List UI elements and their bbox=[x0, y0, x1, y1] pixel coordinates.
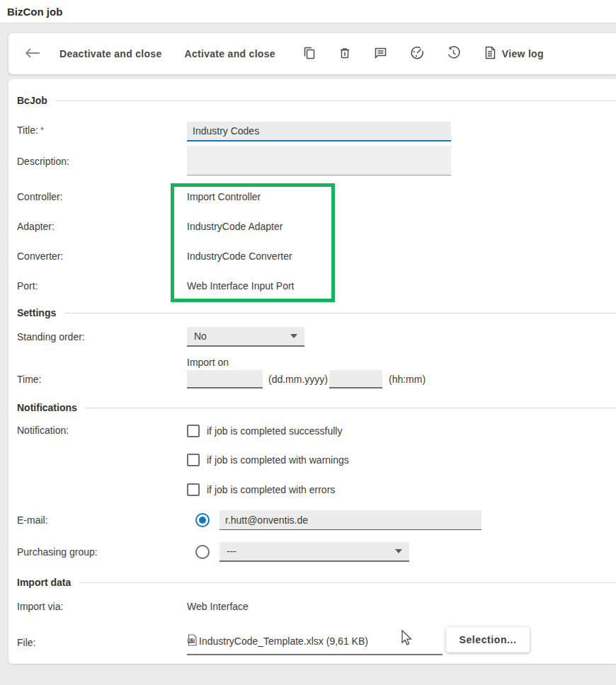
section-title: Import data bbox=[17, 577, 71, 588]
title-input[interactable] bbox=[187, 122, 451, 142]
activate-and-close-button[interactable]: Activate and close bbox=[182, 42, 278, 65]
field-row-controller: Controller: Import Controller bbox=[17, 191, 616, 204]
file-selection-button[interactable]: Selection... bbox=[446, 627, 530, 652]
field-row-file: File: XLS IndustryCode_Template.xlsx (9,… bbox=[17, 626, 616, 658]
back-button[interactable] bbox=[21, 45, 44, 64]
chevron-down-icon bbox=[290, 334, 297, 338]
date-format-hint: (dd.mm.yyyy) bbox=[268, 374, 328, 385]
controller-label: Controller: bbox=[17, 191, 63, 202]
history-button[interactable] bbox=[443, 42, 464, 65]
checkbox-label: if job is completed with errors bbox=[207, 484, 335, 495]
field-row-email: E-mail: bbox=[17, 510, 616, 530]
description-label: Description: bbox=[17, 156, 69, 167]
timer-gauge-icon bbox=[409, 45, 425, 63]
section-header-notifications: Notifications bbox=[17, 402, 616, 413]
page-title: BizCon job bbox=[7, 6, 62, 18]
field-row-standing-order: Standing order: No bbox=[17, 327, 616, 347]
file-label: File: bbox=[17, 637, 35, 648]
field-row-title: Title:* bbox=[17, 122, 616, 142]
left-arrow-icon bbox=[24, 47, 41, 61]
svg-text:XLS: XLS bbox=[188, 639, 195, 643]
history-clock-icon bbox=[446, 45, 461, 62]
import-on-label: Import on bbox=[187, 357, 229, 368]
checkbox-label: if job is completed successfully bbox=[207, 425, 342, 437]
copy-button[interactable] bbox=[300, 43, 319, 65]
standing-order-label: Standing order: bbox=[17, 331, 85, 342]
checkbox-completed-with-errors[interactable] bbox=[187, 483, 200, 496]
purchasing-group-select[interactable]: --- bbox=[219, 542, 409, 562]
view-log-label: View log bbox=[502, 48, 544, 59]
field-row-description: Description: bbox=[17, 146, 616, 177]
divider bbox=[56, 100, 616, 101]
copy-icon bbox=[302, 46, 316, 62]
converter-value: IndustryCode Converter bbox=[187, 251, 292, 262]
field-row-port: Port: Web Interface Input Port bbox=[17, 280, 616, 293]
title-label: Title:* bbox=[17, 125, 44, 136]
section-title: Notifications bbox=[17, 402, 77, 413]
email-input[interactable] bbox=[219, 510, 481, 530]
divider bbox=[79, 582, 616, 583]
purchasing-group-label: Purchasing group: bbox=[17, 546, 98, 558]
purchasing-group-value: --- bbox=[227, 546, 236, 557]
xls-file-icon: XLS bbox=[187, 634, 198, 648]
port-value: Web Interface Input Port bbox=[187, 280, 295, 292]
field-row-notification: Notification: if job is completed succes… bbox=[17, 425, 616, 502]
checkbox-completed-successfully[interactable] bbox=[187, 425, 200, 437]
adapter-label: Adapter: bbox=[17, 221, 55, 232]
description-textarea[interactable] bbox=[187, 146, 451, 175]
notification-label: Notification: bbox=[17, 425, 69, 436]
field-row-converter: Converter: IndustryCode Converter bbox=[17, 251, 616, 263]
section-title: BcJob bbox=[17, 95, 47, 106]
trash-icon bbox=[338, 46, 352, 62]
field-row-time: Time: Import on (dd.mm.yyyy) (hh:mm) bbox=[17, 357, 616, 391]
comment-icon bbox=[373, 46, 388, 62]
email-label: E-mail: bbox=[17, 514, 48, 526]
field-row-adapter: Adapter: IndustryCode Adapter bbox=[17, 221, 616, 234]
required-marker: * bbox=[40, 125, 44, 136]
standing-order-value: No bbox=[194, 330, 207, 342]
time-label: Time: bbox=[17, 374, 41, 385]
toolbar: Deactivate and close Activate and close bbox=[8, 33, 616, 74]
port-label: Port: bbox=[17, 280, 38, 292]
import-time-input[interactable] bbox=[329, 370, 382, 388]
timer-button[interactable] bbox=[406, 42, 428, 66]
view-log-button[interactable]: View log bbox=[481, 40, 547, 68]
deactivate-and-close-button[interactable]: Deactivate and close bbox=[57, 42, 165, 65]
import-via-value: Web Interface bbox=[187, 601, 249, 612]
section-header-bcjob: BcJob bbox=[17, 95, 616, 106]
divider bbox=[64, 313, 616, 313]
chevron-down-icon bbox=[395, 549, 402, 553]
import-date-input[interactable] bbox=[187, 370, 263, 388]
page-header: BizCon job bbox=[0, 0, 616, 23]
time-format-hint: (hh:mm) bbox=[389, 374, 426, 385]
purchasing-group-radio[interactable] bbox=[195, 545, 210, 559]
adapter-value: IndustryCode Adapter bbox=[187, 221, 283, 232]
divider bbox=[86, 408, 616, 408]
converter-label: Converter: bbox=[17, 251, 63, 262]
controller-value: Import Controller bbox=[187, 191, 261, 202]
checkbox-label: if job is completed with warnings bbox=[207, 454, 349, 466]
email-radio[interactable] bbox=[195, 513, 210, 527]
section-header-import-data: Import data bbox=[17, 577, 616, 588]
import-via-label: Import via: bbox=[17, 601, 63, 612]
delete-button[interactable] bbox=[335, 43, 355, 65]
field-row-import-via: Import via: Web Interface bbox=[17, 601, 616, 614]
checkbox-completed-with-warnings[interactable] bbox=[187, 454, 200, 466]
comment-button[interactable] bbox=[370, 43, 391, 65]
field-row-purchasing-group: Purchasing group: --- bbox=[17, 542, 616, 562]
form-card: BcJob Title:* Description: Controller: I… bbox=[8, 79, 616, 664]
section-title: Settings bbox=[17, 307, 56, 318]
standing-order-select[interactable]: No bbox=[187, 327, 304, 347]
file-underline bbox=[187, 654, 443, 655]
document-icon bbox=[484, 45, 496, 62]
section-header-settings: Settings bbox=[17, 307, 616, 318]
file-name-value: IndustryCode_Template.xlsx (9,61 KB) bbox=[199, 635, 368, 647]
